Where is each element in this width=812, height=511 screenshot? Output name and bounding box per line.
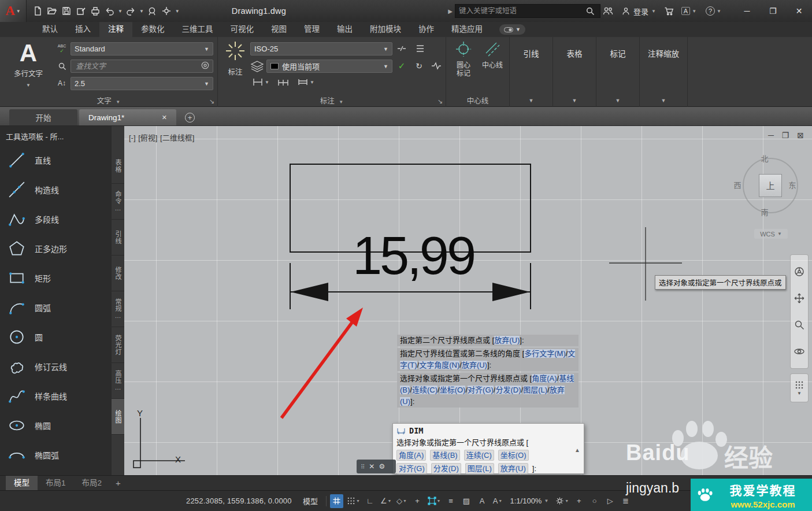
- command-option[interactable]: 坐标(O): [498, 450, 529, 461]
- exchange-apps-button[interactable]: A ▼: [681, 7, 696, 15]
- workspace-icon[interactable]: [160, 3, 174, 18]
- ribbon-tab-6[interactable]: 可视化: [222, 22, 263, 37]
- panel-button[interactable]: 注释缩放: [640, 47, 687, 59]
- prompt-keyword[interactable]: 文字角度(N): [419, 361, 459, 369]
- palette-group-tab-1[interactable]: 表格: [112, 148, 124, 184]
- new-file-icon[interactable]: [30, 3, 45, 18]
- command-option[interactable]: 放弃(U): [498, 463, 528, 474]
- open-file-icon[interactable]: [45, 3, 59, 18]
- ribbon-tab-5[interactable]: 三维工具: [173, 22, 222, 37]
- text-height-select[interactable]: 2.5 ▼: [71, 77, 213, 90]
- tab-start[interactable]: 开始: [9, 109, 77, 125]
- find-text-box[interactable]: [71, 60, 213, 73]
- viewport-menu-control[interactable]: [-]: [129, 134, 136, 142]
- undo-icon[interactable]: [102, 3, 117, 18]
- find-text-icon[interactable]: [55, 60, 68, 72]
- isolate-objects-icon[interactable]: ○: [588, 494, 601, 508]
- quick-dimension-button[interactable]: [276, 77, 291, 87]
- ribbon-tab-12[interactable]: 精选应用: [443, 22, 491, 37]
- palette-tool-3[interactable]: 多段线: [0, 204, 112, 234]
- palette-tool-5[interactable]: 矩形: [0, 263, 112, 292]
- drag-handle-icon[interactable]: ⠿: [361, 464, 365, 470]
- qat-customize-icon[interactable]: ▼: [175, 9, 180, 14]
- drawing-close-icon[interactable]: ⊠: [797, 131, 804, 140]
- palette-group-tab-5[interactable]: 常规…: [112, 291, 124, 327]
- palette-tool-10[interactable]: 椭圆: [0, 410, 112, 440]
- navigation-bar-more[interactable]: ▼: [790, 373, 809, 402]
- chevron-down-icon[interactable]: ▼: [510, 98, 553, 103]
- panel-button[interactable]: 表格: [553, 47, 596, 59]
- viewcube-east[interactable]: 东: [787, 179, 798, 190]
- layout-tab-3[interactable]: 布局2: [74, 476, 110, 491]
- drawing-restore-icon[interactable]: ❐: [782, 131, 789, 140]
- infocenter-expand-icon[interactable]: ▶: [448, 8, 453, 14]
- dimension-style-select[interactable]: ISO-25 ▼: [250, 42, 392, 55]
- prompt-keyword[interactable]: 图层(L): [523, 386, 547, 394]
- spell-check-icon[interactable]: ABC✓: [55, 42, 68, 55]
- plot-icon[interactable]: [88, 3, 102, 18]
- palette-tool-1[interactable]: 直线: [0, 145, 112, 175]
- search-icon[interactable]: [583, 3, 598, 18]
- viewcube-south[interactable]: 南: [759, 206, 770, 217]
- find-text-input[interactable]: [75, 61, 201, 71]
- palette-group-tab-6[interactable]: 荧光灯: [112, 327, 124, 363]
- drawing-minimize-icon[interactable]: ─: [768, 131, 774, 140]
- panel-title-dimension[interactable]: 标注 ▼: [218, 95, 446, 106]
- annotation-monitor-icon[interactable]: +: [572, 494, 585, 508]
- zoom-icon[interactable]: [793, 319, 806, 331]
- osnap-icon[interactable]: ▼: [427, 494, 442, 508]
- isodraft-icon[interactable]: ◇▼: [395, 494, 409, 508]
- palette-group-tab-7[interactable]: 高压…: [112, 363, 124, 399]
- command-option[interactable]: 基线(B): [430, 450, 459, 461]
- panel-title-centerline[interactable]: 中心线: [446, 95, 509, 106]
- dialog-launcher-icon[interactable]: ↘: [209, 98, 214, 105]
- chevron-down-icon[interactable]: ▼: [553, 98, 596, 103]
- dimension-button[interactable]: 标注: [221, 40, 249, 77]
- prompt-keyword[interactable]: 分发(D): [495, 386, 521, 394]
- viewport-view-control[interactable]: [俯视]: [138, 134, 157, 142]
- command-option[interactable]: 图层(L): [465, 463, 494, 474]
- prompt-keyword[interactable]: 角度(A): [532, 374, 557, 383]
- viewcube[interactable]: 北 西 东 南 上 WCS ▼: [731, 149, 812, 242]
- close-command-line-icon[interactable]: ✕: [369, 462, 375, 471]
- customize-icon[interactable]: ≣: [619, 494, 632, 508]
- jog-line-icon[interactable]: [429, 59, 443, 73]
- pan-icon[interactable]: [793, 292, 806, 305]
- layout-tab-2[interactable]: 布局1: [38, 476, 74, 491]
- ribbon-tab-1[interactable]: 默认: [34, 22, 66, 37]
- steering-wheel-icon[interactable]: [793, 265, 806, 278]
- orbit-icon[interactable]: [793, 345, 806, 358]
- prompt-keyword[interactable]: 多行文字(M): [524, 349, 566, 358]
- palette-tool-6[interactable]: 圆弧: [0, 292, 112, 322]
- application-menu-button[interactable]: A ▼: [0, 0, 27, 22]
- ribbon-tab-3[interactable]: 注释: [99, 22, 132, 37]
- continue-dimension-button[interactable]: ▼: [295, 77, 316, 87]
- lineweight-icon[interactable]: ≡: [444, 494, 457, 508]
- ribbon-tab-7[interactable]: 视图: [262, 22, 295, 37]
- ribbon-tab-9[interactable]: 输出: [328, 22, 361, 37]
- command-option[interactable]: 角度(A): [396, 450, 426, 461]
- prompt-keyword[interactable]: 坐标(O): [440, 386, 466, 394]
- command-window[interactable]: DIM 选择对象或指定第一个尺寸界线原点或 [ 角度(A)基线(B)连续(C)坐…: [392, 423, 584, 474]
- help-button[interactable]: ? ▼: [706, 6, 721, 16]
- search-input[interactable]: [458, 6, 583, 16]
- dimension-break-icon[interactable]: [395, 42, 409, 55]
- close-tab-icon[interactable]: ✕: [162, 114, 167, 121]
- ribbon-tab-2[interactable]: 插入: [66, 22, 99, 37]
- tab-drawing1[interactable]: Drawing1* ✕: [79, 109, 176, 125]
- prompt-keyword[interactable]: 对齐(G): [468, 386, 494, 394]
- annotation-autoscale-icon[interactable]: A▼: [491, 494, 504, 508]
- prompt-keyword[interactable]: 放弃(U): [494, 336, 520, 345]
- prompt-keyword[interactable]: 连续(C): [412, 386, 437, 394]
- find-icon[interactable]: [201, 61, 209, 71]
- ribbon-tab-10[interactable]: 附加模块: [361, 22, 410, 37]
- centerline-button[interactable]: 中心线: [479, 40, 506, 69]
- panel-title-text[interactable]: 文字 ▼: [0, 95, 217, 106]
- sign-in-button[interactable]: 登录 ▼: [621, 6, 656, 17]
- polar-tracking-icon[interactable]: ∠▼: [379, 494, 393, 508]
- selection-cycling-icon[interactable]: ▨: [459, 494, 473, 508]
- palette-title[interactable]: 工具选项板 - 所...: [0, 126, 112, 145]
- dialog-launcher-icon[interactable]: ↘: [437, 98, 443, 105]
- palette-tool-2[interactable]: 构造线: [0, 175, 112, 204]
- command-option[interactable]: 对齐(G): [396, 463, 427, 474]
